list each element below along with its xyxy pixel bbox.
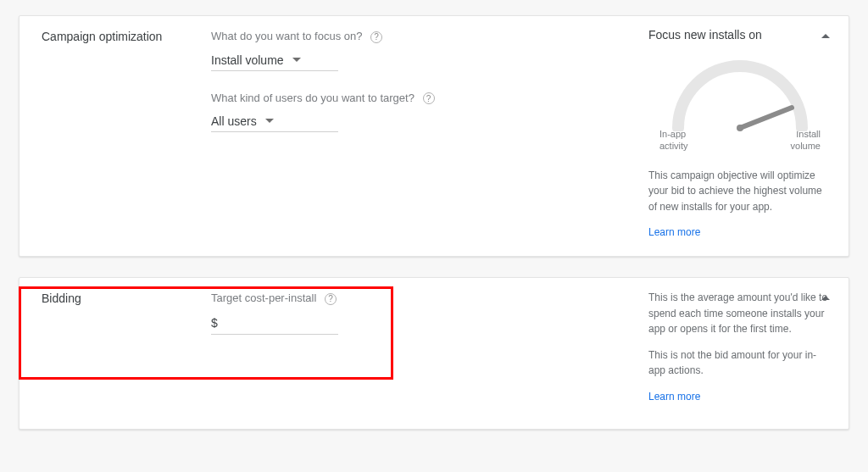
optimization-description-text: This campaign objective will optimize yo… — [648, 168, 832, 215]
bidding-description-text-1: This is the average amount you'd like to… — [648, 290, 832, 337]
focus-gauge: In-app activity Install volume — [659, 47, 821, 153]
learn-more-link[interactable]: Learn more — [648, 225, 700, 241]
users-label: What kind of users do you want to target… — [211, 92, 638, 105]
svg-line-0 — [740, 108, 792, 128]
bidding-description-text-2: This is not the bid amount for your in-a… — [648, 347, 832, 379]
cost-per-install-field: Target cost-per-install ? $ — [211, 292, 638, 335]
optimization-description: This campaign objective will optimize yo… — [648, 168, 832, 241]
section-title-optimization: Campaign optimization — [42, 28, 211, 241]
users-dropdown[interactable]: All users — [211, 111, 338, 132]
users-field: What kind of users do you want to target… — [211, 92, 638, 133]
help-icon[interactable]: ? — [325, 293, 337, 305]
collapse-button[interactable] — [820, 30, 832, 42]
gauge-icon — [659, 47, 821, 131]
gauge-right-line2: volume — [791, 141, 821, 151]
focus-field: What do you want to focus on? ? Install … — [211, 30, 638, 71]
help-icon[interactable]: ? — [423, 92, 435, 104]
chevron-down-icon — [292, 58, 301, 63]
cost-per-install-input[interactable] — [220, 315, 330, 330]
side-title: Focus new installs on — [648, 28, 832, 42]
collapse-button[interactable] — [820, 292, 832, 304]
gauge-labels: In-app activity Install volume — [659, 128, 821, 153]
optimization-body: What do you want to focus on? ? Install … — [211, 28, 638, 241]
gauge-left-line2: activity — [659, 141, 688, 151]
currency-symbol: $ — [211, 316, 218, 330]
section-title-bidding: Bidding — [42, 290, 211, 405]
learn-more-link[interactable]: Learn more — [648, 389, 700, 405]
help-icon[interactable]: ? — [370, 31, 382, 43]
chevron-down-icon — [265, 119, 274, 124]
cost-per-install-label-text: Target cost-per-install — [211, 292, 316, 304]
cost-per-install-input-wrap[interactable]: $ — [211, 312, 338, 335]
svg-point-1 — [737, 125, 743, 131]
users-dropdown-value: All users — [211, 114, 257, 128]
focus-label-text: What do you want to focus on? — [211, 30, 363, 42]
focus-dropdown-value: Install volume — [211, 53, 284, 67]
optimization-side-panel: Focus new installs on In-app activity — [638, 28, 832, 241]
bidding-description: This is the average amount you'd like to… — [648, 290, 832, 405]
focus-dropdown[interactable]: Install volume — [211, 50, 338, 71]
focus-label: What do you want to focus on? ? — [211, 30, 638, 43]
bidding-body: Target cost-per-install ? $ — [211, 290, 638, 405]
cost-per-install-label: Target cost-per-install ? — [211, 292, 638, 305]
campaign-optimization-card: Campaign optimization What do you want t… — [19, 15, 849, 257]
users-label-text: What kind of users do you want to target… — [211, 92, 415, 104]
bidding-card: Bidding Target cost-per-install ? $ This… — [19, 277, 849, 430]
bidding-side-panel: This is the average amount you'd like to… — [638, 290, 832, 405]
